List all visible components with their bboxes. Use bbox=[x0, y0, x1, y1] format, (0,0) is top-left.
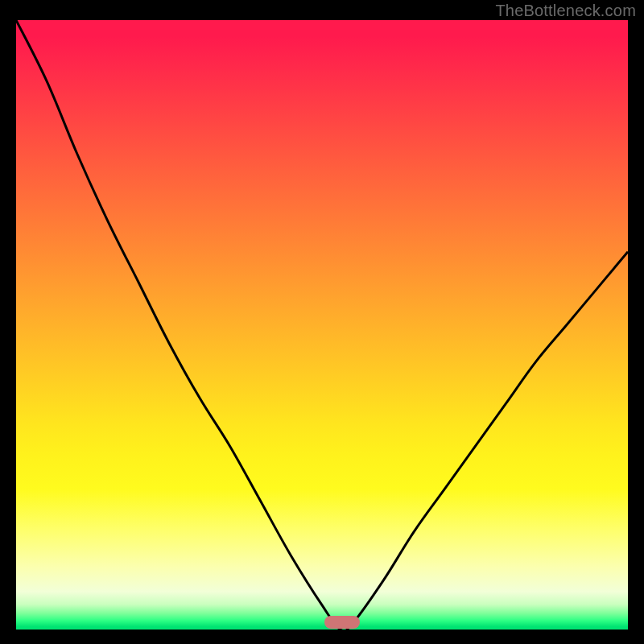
bottleneck-curve bbox=[16, 20, 628, 630]
optimal-range-marker bbox=[324, 616, 360, 629]
plot-area bbox=[16, 20, 628, 630]
attribution-text: TheBottleneck.com bbox=[495, 2, 636, 20]
curve-layer bbox=[16, 20, 628, 630]
chart-root: TheBottleneck.com bbox=[0, 0, 644, 644]
